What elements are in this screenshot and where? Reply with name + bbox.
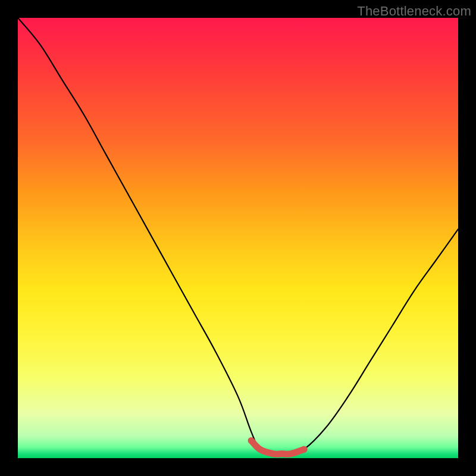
chart-frame: TheBottleneck.com bbox=[0, 0, 476, 476]
highlight-start-dot bbox=[248, 437, 255, 444]
flat-highlight-path bbox=[251, 440, 304, 454]
bottleneck-curve-path bbox=[18, 18, 458, 454]
highlight-end-dot bbox=[301, 446, 308, 453]
curve-svg bbox=[18, 18, 458, 458]
watermark-text: TheBottleneck.com bbox=[357, 4, 471, 19]
plot-area bbox=[18, 18, 458, 458]
